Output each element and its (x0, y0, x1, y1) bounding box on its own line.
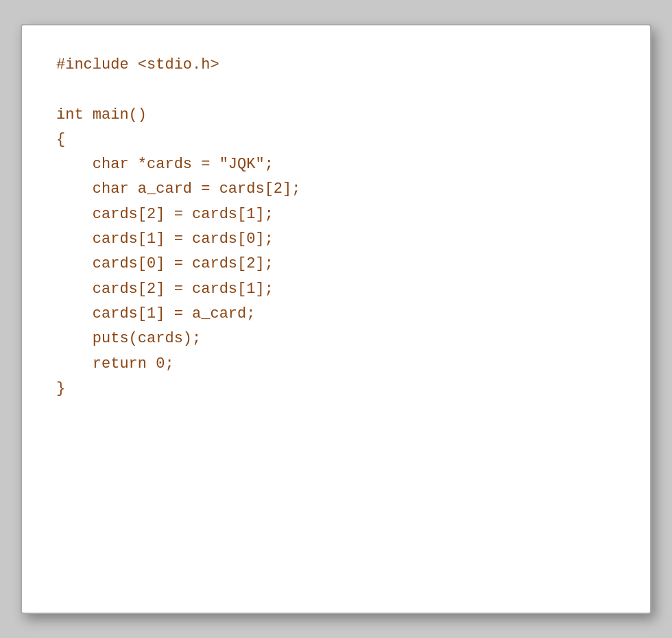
code-content: #include <stdio.h> int main() { char *ca… (56, 53, 616, 401)
code-window: #include <stdio.h> int main() { char *ca… (21, 24, 651, 614)
